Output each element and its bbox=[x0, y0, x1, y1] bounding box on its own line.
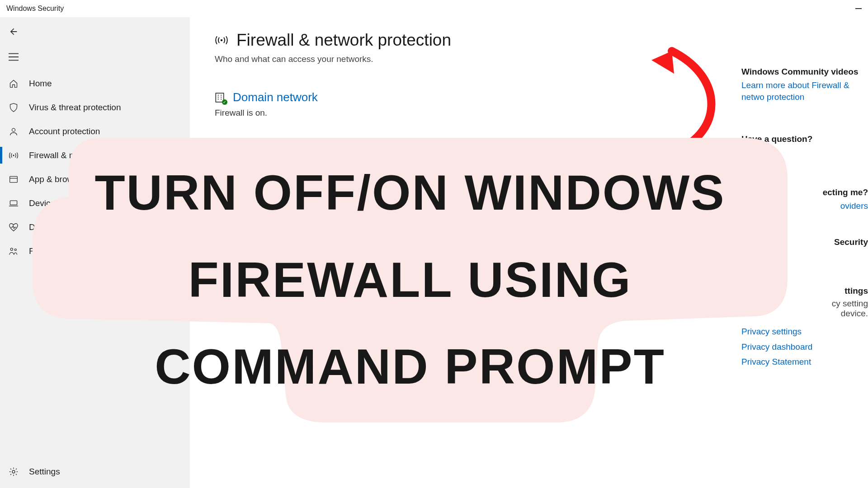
sidebar-item-account[interactable]: Account protection bbox=[0, 119, 190, 143]
svg-point-1 bbox=[13, 155, 14, 156]
sidebar-item-virus[interactable]: Virus & threat protection bbox=[0, 95, 190, 119]
right-column: Windows Community videos Learn more abou… bbox=[741, 67, 868, 399]
protecting-partial: ecting me? bbox=[741, 188, 868, 197]
sidebar-item-label: Settings bbox=[29, 467, 60, 477]
check-badge-icon: ✓ bbox=[222, 99, 227, 105]
person-icon bbox=[8, 127, 19, 136]
sidebar: Home Virus & threat protection Account p… bbox=[0, 17, 190, 488]
home-icon bbox=[8, 79, 19, 88]
learn-more-link[interactable]: Learn more about Firewall & netwo protec… bbox=[741, 80, 868, 103]
device-partial: device. bbox=[741, 309, 868, 319]
svg-rect-2 bbox=[10, 176, 18, 182]
window-icon bbox=[8, 175, 19, 183]
sidebar-item-firewall[interactable]: Firewall & netw bbox=[0, 143, 190, 167]
shield-icon bbox=[8, 103, 19, 113]
antenna-icon bbox=[8, 151, 19, 160]
window-titlebar: Windows Security bbox=[0, 0, 868, 17]
sidebar-item-app-browser[interactable]: App & browser bbox=[0, 167, 190, 191]
cy-setting-partial: cy setting bbox=[741, 299, 868, 309]
sidebar-item-label: Firewall & netw bbox=[29, 150, 87, 160]
question-head: Have a question? bbox=[741, 134, 868, 144]
sidebar-item-home[interactable]: Home bbox=[0, 71, 190, 95]
ttings-partial: ttings bbox=[741, 286, 868, 296]
laptop-icon bbox=[8, 199, 19, 207]
sidebar-item-label: Device security bbox=[29, 198, 87, 208]
svg-rect-3 bbox=[10, 201, 17, 205]
svg-point-0 bbox=[12, 128, 15, 131]
privacy-statement-link[interactable]: Privacy Statement bbox=[741, 356, 868, 368]
svg-point-4 bbox=[10, 248, 13, 250]
main-content: Firewall & network protection Who and wh… bbox=[190, 17, 868, 488]
sidebar-item-family[interactable]: F bbox=[0, 239, 190, 263]
hamburger-icon bbox=[9, 53, 19, 61]
sidebar-item-label: Home bbox=[29, 79, 52, 89]
sidebar-item-label: F bbox=[29, 246, 34, 256]
heart-icon bbox=[8, 223, 19, 232]
page-subtitle: Who and what can access your networks. bbox=[215, 54, 845, 64]
back-button[interactable] bbox=[0, 19, 27, 44]
sidebar-item-label: Virus & threat protection bbox=[29, 103, 121, 113]
privacy-dashboard-link[interactable]: Privacy dashboard bbox=[741, 341, 868, 353]
page-header: Firewall & network protection bbox=[215, 31, 845, 50]
sidebar-item-settings[interactable]: Settings bbox=[0, 460, 190, 483]
gear-icon bbox=[8, 467, 19, 477]
sidebar-item-label: Account protection bbox=[29, 127, 100, 136]
back-arrow-icon bbox=[9, 27, 19, 37]
providers-partial[interactable]: oviders bbox=[741, 200, 868, 212]
privacy-settings-link[interactable]: Privacy settings bbox=[741, 326, 868, 338]
minimize-button[interactable] bbox=[855, 5, 862, 13]
community-videos-head: Windows Community videos bbox=[741, 67, 868, 77]
svg-point-5 bbox=[14, 249, 16, 250]
building-icon: ✓ bbox=[215, 92, 225, 103]
sidebar-item-device-perf[interactable]: Device perf bbox=[0, 215, 190, 239]
page-title: Firewall & network protection bbox=[236, 31, 451, 50]
nav-list: Home Virus & threat protection Account p… bbox=[0, 71, 190, 460]
svg-point-7 bbox=[221, 39, 223, 42]
domain-network-link[interactable]: Domain network bbox=[233, 90, 318, 104]
family-icon bbox=[8, 247, 19, 256]
sidebar-item-label: Device perf bbox=[29, 222, 72, 232]
sidebar-item-device-security[interactable]: Device security bbox=[0, 191, 190, 215]
security-partial: Security bbox=[741, 237, 868, 247]
antenna-icon bbox=[215, 34, 228, 47]
sidebar-item-label: App & browser bbox=[29, 174, 85, 184]
window-title: Windows Security bbox=[6, 5, 64, 13]
menu-button[interactable] bbox=[0, 44, 27, 70]
svg-point-6 bbox=[12, 470, 15, 473]
